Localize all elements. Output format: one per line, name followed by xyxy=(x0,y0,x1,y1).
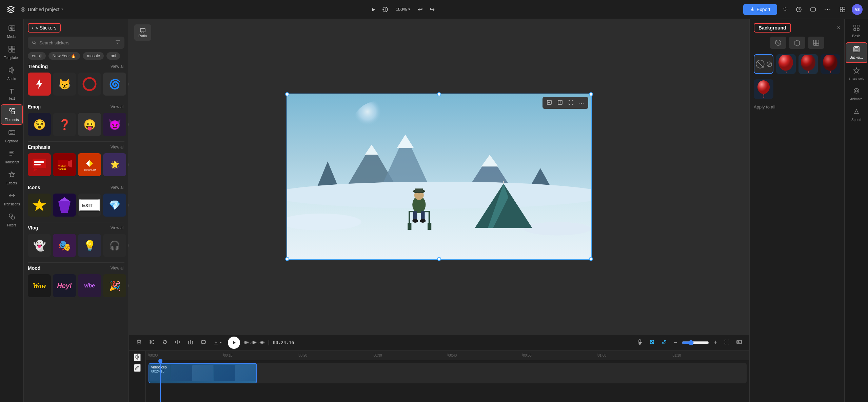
sticker-hey[interactable]: Hey! xyxy=(53,274,76,297)
sticker-bulb[interactable]: 💡 xyxy=(78,234,101,257)
apply-to-all[interactable]: Apply to all xyxy=(754,104,840,109)
sidebar-item-captions[interactable]: Captions xyxy=(1,126,23,146)
timeline-play-button[interactable] xyxy=(228,337,240,349)
tag-emoji[interactable]: emoji xyxy=(28,52,46,60)
sticker-cat[interactable]: 😾 xyxy=(53,73,76,96)
sticker-exit[interactable]: EXIT xyxy=(78,194,101,217)
sticker-vibe[interactable]: vibe xyxy=(78,274,101,297)
timeline-trim[interactable] xyxy=(199,338,208,347)
filter-icon[interactable] xyxy=(115,39,120,46)
timeline-volume-icon[interactable] xyxy=(134,354,141,361)
sidebar-item-transcript[interactable]: Transcript xyxy=(1,147,23,167)
icons-next-arrow[interactable]: › xyxy=(128,201,129,209)
timeline-mic[interactable] xyxy=(635,338,645,347)
sidebar-item-transitions[interactable]: Transitions xyxy=(1,189,23,209)
avatar[interactable]: AS xyxy=(852,4,863,15)
sticker-chat[interactable] xyxy=(28,153,51,176)
view-all-trending[interactable]: View all xyxy=(111,64,124,69)
timeline-loop[interactable] xyxy=(160,338,170,347)
sticker-star[interactable] xyxy=(28,194,51,217)
ctx-resize-v[interactable] xyxy=(556,98,564,107)
redo-button[interactable]: ↪ xyxy=(428,4,437,15)
sticker-lightning[interactable] xyxy=(28,73,51,96)
view-all-vlog[interactable]: View all xyxy=(111,225,124,230)
timeline-cut[interactable] xyxy=(147,338,157,347)
bg-type-blur[interactable] xyxy=(808,37,824,49)
timeline-delete[interactable] xyxy=(134,338,144,347)
stickers-scroll[interactable]: Trending View all 😾 🌀 xyxy=(24,64,129,402)
rewind-button[interactable] xyxy=(380,4,390,15)
timeline-clip[interactable] xyxy=(647,338,657,347)
undo-button[interactable]: ↩ xyxy=(416,4,425,15)
bg-cell-balloon4[interactable] xyxy=(754,79,773,99)
timeline-detach[interactable] xyxy=(186,338,195,347)
sidebar-item-filters[interactable]: Filters xyxy=(1,210,23,230)
timeline-link[interactable] xyxy=(659,338,669,347)
sticker-headphones[interactable]: 🎧 xyxy=(103,234,126,257)
timeline-export-down[interactable] xyxy=(212,339,224,346)
timeline-flip[interactable] xyxy=(173,338,182,347)
panels-button[interactable] xyxy=(837,4,848,15)
sidebar-item-media[interactable]: Media xyxy=(1,22,23,41)
shield-button[interactable]: 🛡 xyxy=(781,5,790,14)
emoji-next-arrow[interactable]: › xyxy=(128,120,129,128)
sticker-wow[interactable]: Wow xyxy=(28,274,51,297)
sticker-download[interactable]: DOWNLOAD xyxy=(78,153,101,176)
tag-newyear[interactable]: New Year 🔥 xyxy=(48,52,80,60)
handle-bottom-right[interactable] xyxy=(589,257,593,261)
vlog-next-arrow[interactable]: › xyxy=(128,241,129,249)
sticker-party[interactable]: 🎉 xyxy=(103,274,126,297)
help-button[interactable]: ? xyxy=(794,4,804,15)
view-all-mood[interactable]: View all xyxy=(111,266,124,270)
handle-top-mid[interactable] xyxy=(437,92,441,96)
sticker-wish[interactable]: 🌟 xyxy=(103,153,126,176)
handle-bottom-left[interactable] xyxy=(285,257,289,261)
tag-ani[interactable]: ani xyxy=(106,52,120,60)
handle-top-left[interactable] xyxy=(285,92,289,96)
timeline-fullscreen[interactable] xyxy=(722,338,732,347)
ctx-more[interactable]: ··· xyxy=(578,98,586,107)
ratio-button[interactable]: Ratio xyxy=(134,24,151,41)
fr-item-background[interactable]: Backgr... xyxy=(846,42,867,63)
timeline-zoom-out[interactable]: − xyxy=(672,338,679,347)
sidebar-item-templates[interactable]: Templates xyxy=(1,43,23,62)
view-all-emoji[interactable]: View all xyxy=(111,104,124,109)
sticker-circle[interactable] xyxy=(78,73,101,96)
more-options-button[interactable]: ··· xyxy=(822,4,833,15)
fr-item-basic[interactable]: Basic xyxy=(846,22,867,41)
fr-item-speed[interactable]: Speed xyxy=(846,105,867,125)
back-button[interactable]: ‹ < Stickers xyxy=(28,23,61,33)
project-name[interactable]: Untitled project ▾ xyxy=(20,7,63,12)
sticker-dizzy[interactable]: 😵 xyxy=(28,113,51,136)
sticker-gem[interactable] xyxy=(53,194,76,217)
handle-top-right[interactable] xyxy=(589,92,593,96)
trending-next-arrow[interactable]: › xyxy=(128,80,129,88)
sidebar-item-audio[interactable]: Audio xyxy=(1,64,23,83)
share-button[interactable] xyxy=(808,4,818,15)
bg-cell-none[interactable] xyxy=(754,54,773,74)
sticker-video[interactable]: YOURVIDEO xyxy=(53,153,76,176)
bg-cell-balloon1[interactable] xyxy=(776,54,796,74)
search-input[interactable] xyxy=(39,40,112,45)
sticker-question[interactable]: ❓ xyxy=(53,113,76,136)
tag-mosaic[interactable]: mosaic xyxy=(83,52,104,60)
sidebar-item-effects[interactable]: Effects xyxy=(1,168,23,188)
bg-cell-balloon3[interactable] xyxy=(821,54,840,74)
zoom-level[interactable]: 100% ▾ xyxy=(393,5,413,13)
sticker-devil[interactable]: 😈 xyxy=(103,113,126,136)
fr-item-smart-tools[interactable]: Smart tools xyxy=(846,64,867,83)
sticker-ornament[interactable]: 🎭 xyxy=(53,234,76,257)
mood-next-arrow[interactable]: › xyxy=(128,282,129,290)
ctx-fullscreen[interactable] xyxy=(567,98,575,107)
background-close-button[interactable]: × xyxy=(837,25,840,31)
bg-type-none[interactable] xyxy=(770,37,786,49)
sidebar-item-elements[interactable]: Elements xyxy=(1,104,23,125)
emphasis-next-arrow[interactable]: › xyxy=(128,161,129,169)
sticker-ghost[interactable]: 👻 xyxy=(28,234,51,257)
play-button[interactable]: ▶ xyxy=(370,5,377,14)
timeline-captions[interactable] xyxy=(734,338,744,347)
bg-cell-balloon2[interactable] xyxy=(798,54,818,74)
sticker-diamond[interactable]: 💎 xyxy=(103,194,126,217)
sticker-swirl[interactable]: 🌀 xyxy=(103,73,126,96)
export-button[interactable]: Export xyxy=(743,4,777,15)
